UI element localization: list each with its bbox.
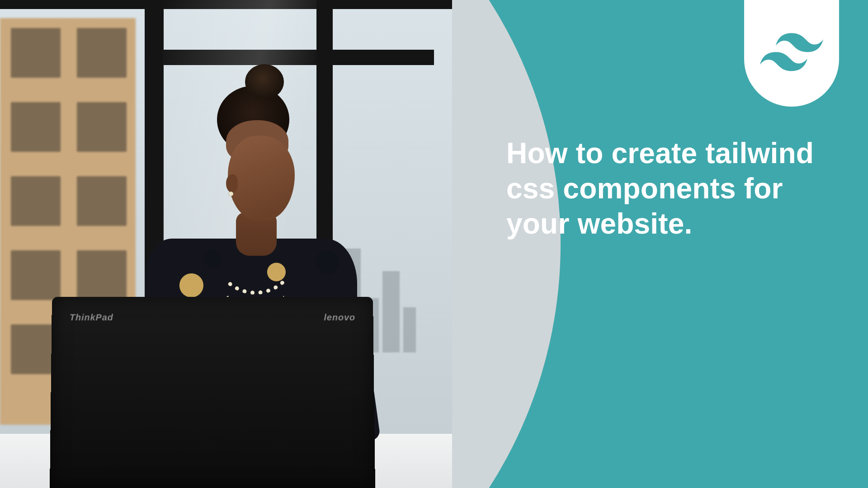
person-ear (226, 174, 238, 192)
headline-wrap: How to create tailwind css components fo… (506, 136, 832, 241)
laptop: ThinkPad lenovo (50, 297, 375, 488)
headline: How to create tailwind css components fo… (506, 136, 832, 241)
laptop-brand-right: lenovo (324, 313, 355, 323)
laptop-brand-left: ThinkPad (70, 313, 113, 323)
person-face (228, 136, 295, 221)
tailwindcss-logo-icon (760, 32, 823, 75)
logo-pill (744, 0, 839, 107)
person-earring (229, 192, 233, 196)
hero-photo: ThinkPad lenovo (0, 0, 561, 488)
person-hair-bun (245, 64, 284, 99)
photo-scene: ThinkPad lenovo (0, 0, 452, 488)
hero-banner: ThinkPad lenovo How to create tailwind c… (0, 0, 868, 488)
